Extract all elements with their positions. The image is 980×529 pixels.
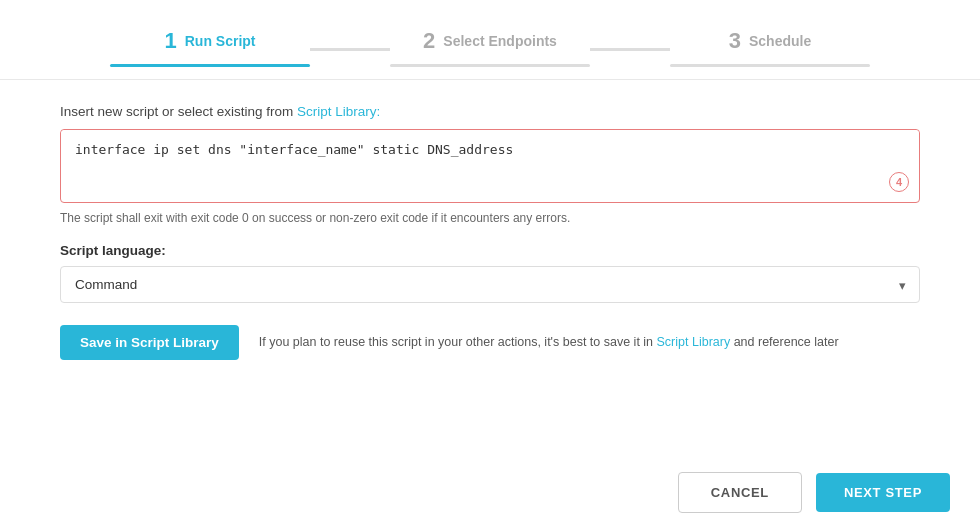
script-library-hint-link[interactable]: Script Library <box>657 335 731 349</box>
step-connector-2 <box>590 48 670 51</box>
step-1-label: Run Script <box>185 33 256 49</box>
save-section: Save in Script Library If you plan to re… <box>60 325 920 360</box>
step-select-endpoints[interactable]: 2 Select Endpoints <box>390 28 590 67</box>
textarea-error-badge: 4 <box>889 172 909 192</box>
stepper: 1 Run Script 2 Select Endpoints 3 Schedu… <box>0 0 980 67</box>
step-2-line <box>390 64 590 67</box>
step-2-label: Select Endpoints <box>443 33 557 49</box>
step-1-line <box>110 64 310 67</box>
step-schedule[interactable]: 3 Schedule <box>670 28 870 67</box>
footer: CANCEL NEXT STEP <box>0 460 980 529</box>
script-textarea-wrapper: interface ip set dns "interface_name" st… <box>60 129 920 203</box>
script-input[interactable]: interface ip set dns "interface_name" st… <box>61 130 919 198</box>
script-hint-text: The script shall exit with exit code 0 o… <box>60 211 920 225</box>
save-hint-text: If you plan to reuse this script in your… <box>259 333 839 352</box>
next-step-button[interactable]: NEXT STEP <box>816 473 950 512</box>
step-2-number: 2 <box>423 28 435 54</box>
script-language-wrapper: Command PowerShell Bash Python ▾ <box>60 266 920 303</box>
step-3-number: 3 <box>729 28 741 54</box>
step-1-number: 1 <box>164 28 176 54</box>
step-3-line <box>670 64 870 67</box>
cancel-button[interactable]: CANCEL <box>678 472 802 513</box>
insert-script-label: Insert new script or select existing fro… <box>60 104 920 119</box>
step-connector-1 <box>310 48 390 51</box>
step-run-script[interactable]: 1 Run Script <box>110 28 310 67</box>
script-language-label: Script language: <box>60 243 920 258</box>
step-3-label: Schedule <box>749 33 811 49</box>
main-content: Insert new script or select existing fro… <box>0 80 980 460</box>
script-language-select[interactable]: Command PowerShell Bash Python <box>60 266 920 303</box>
insert-label-text: Insert new script or select existing fro… <box>60 104 297 119</box>
save-script-library-button[interactable]: Save in Script Library <box>60 325 239 360</box>
script-library-link[interactable]: Script Library: <box>297 104 380 119</box>
